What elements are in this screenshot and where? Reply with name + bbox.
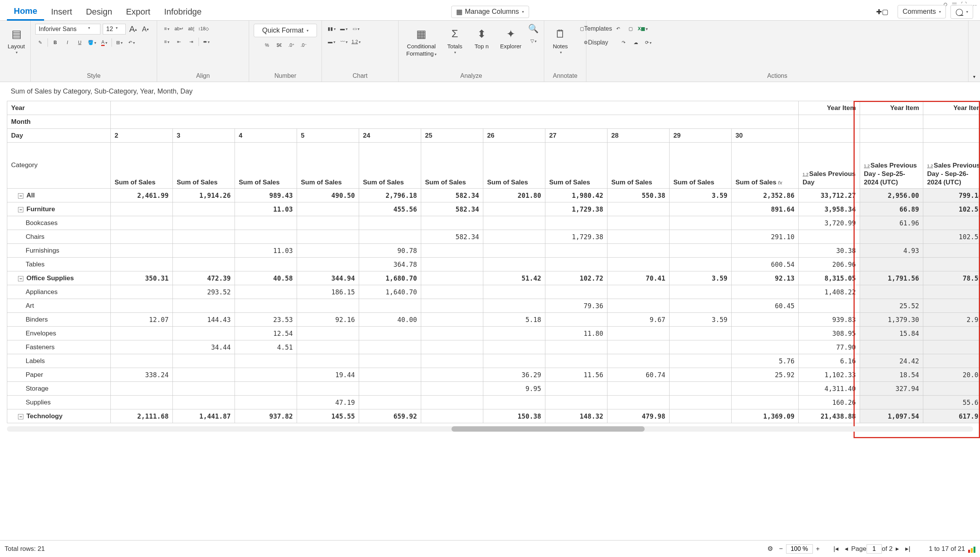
value-cell[interactable] (860, 396, 923, 409)
table-row[interactable]: Bookcases3,720.9961.96 (7, 216, 980, 230)
value-cell[interactable] (545, 244, 607, 258)
value-cell[interactable] (297, 354, 359, 368)
value-cell[interactable] (359, 230, 421, 244)
value-cell[interactable] (545, 340, 607, 354)
header-sos-4[interactable]: Sum of Sales (235, 143, 297, 189)
value-cell[interactable] (670, 368, 732, 382)
value-cell[interactable] (670, 382, 732, 396)
value-cell[interactable]: 2,796.18 (359, 189, 421, 202)
value-cell[interactable] (111, 230, 173, 244)
category-cell[interactable]: Furnishings (7, 244, 111, 258)
header-day-26[interactable]: 26 (483, 129, 545, 143)
data-bar-button[interactable]: ▭▾ (351, 24, 361, 34)
header-day-25[interactable]: 25 (421, 129, 483, 143)
value-cell[interactable]: 36.29 (483, 368, 545, 382)
header-sos-25[interactable]: Sum of Sales (421, 143, 483, 189)
value-cell[interactable] (235, 396, 297, 409)
value-cell[interactable]: 9.67 (607, 313, 670, 327)
outdent-button[interactable]: ⇤ (174, 37, 184, 47)
value-cell[interactable] (732, 216, 799, 230)
category-cell[interactable]: −Technology (7, 409, 111, 423)
value-cell[interactable]: 1,680.70 (359, 271, 421, 285)
value-cell[interactable] (545, 396, 607, 409)
value-cell[interactable] (421, 409, 483, 423)
value-cell[interactable] (297, 327, 359, 340)
header-sos-28[interactable]: Sum of Sales (607, 143, 670, 189)
category-cell[interactable]: Labels (7, 354, 111, 368)
value-cell[interactable] (111, 340, 173, 354)
value-cell[interactable]: 51.42 (483, 271, 545, 285)
collapse-ribbon-button[interactable]: ▾ (973, 74, 975, 79)
layout-button[interactable]: ▤ Layout ▾ (5, 24, 28, 56)
header-day[interactable]: Day (7, 129, 111, 143)
scrollbar-thumb[interactable] (451, 426, 645, 432)
font-select[interactable]: Inforiver Sans▾ (35, 24, 100, 35)
value-cell[interactable] (923, 258, 980, 271)
value-cell[interactable]: 3,720.99 (799, 216, 860, 230)
value-cell[interactable] (421, 382, 483, 396)
value-cell[interactable]: 327.94 (860, 382, 923, 396)
value-cell[interactable] (923, 216, 980, 230)
category-cell[interactable]: Bookcases (7, 216, 111, 230)
table-row[interactable]: Storage9.954,311.40327.94 (7, 382, 980, 396)
value-cell[interactable]: 3.59 (670, 313, 732, 327)
value-cell[interactable]: 55.60 (923, 396, 980, 409)
value-cell[interactable]: 2,352.86 (732, 189, 799, 202)
value-cell[interactable] (607, 354, 670, 368)
value-cell[interactable] (235, 258, 297, 271)
value-cell[interactable]: 18.54 (860, 368, 923, 382)
redo-button[interactable]: ↷ (619, 38, 629, 48)
value-cell[interactable]: 490.50 (297, 189, 359, 202)
value-cell[interactable]: 66.89 (860, 202, 923, 216)
value-cell[interactable]: 30.38 (799, 244, 860, 258)
value-cell[interactable]: 102.58 (923, 202, 980, 216)
header-sos-3[interactable]: Sum of Sales (173, 143, 235, 189)
value-cell[interactable]: 939.83 (799, 313, 860, 327)
decrease-font-button[interactable]: A▾ (140, 24, 150, 34)
header-month[interactable]: Month (7, 115, 111, 129)
increase-font-button[interactable]: A▴ (128, 24, 138, 34)
value-cell[interactable] (111, 202, 173, 216)
header-sos-2[interactable]: Sum of Sales (111, 143, 173, 189)
header-sos-5[interactable]: Sum of Sales (297, 143, 359, 189)
header-sos-24[interactable]: Sum of Sales (359, 143, 421, 189)
value-cell[interactable]: 11.03 (235, 244, 297, 258)
value-cell[interactable] (483, 216, 545, 230)
header-day-2[interactable]: 2 (111, 129, 173, 143)
value-cell[interactable]: 2.95 (923, 313, 980, 327)
value-cell[interactable] (235, 216, 297, 230)
value-cell[interactable] (607, 382, 670, 396)
value-cell[interactable] (483, 230, 545, 244)
header-sos-30[interactable]: Sum of Salesfx (732, 143, 799, 189)
table-row[interactable]: Appliances293.52186.151,640.701,408.22 (7, 285, 980, 299)
value-cell[interactable]: 33,712.27 (799, 189, 860, 202)
value-cell[interactable] (670, 327, 732, 340)
value-cell[interactable]: 40.00 (359, 313, 421, 327)
value-cell[interactable] (923, 299, 980, 313)
templates-button[interactable]: ▢ Templates (591, 24, 601, 34)
value-cell[interactable] (359, 327, 421, 340)
value-cell[interactable] (421, 368, 483, 382)
category-cell[interactable]: −Furniture (7, 202, 111, 216)
value-cell[interactable] (359, 216, 421, 230)
category-cell[interactable]: −All (7, 189, 111, 202)
user-button[interactable]: ◯̲ ▾ (950, 5, 973, 19)
value-cell[interactable] (421, 313, 483, 327)
percent-button[interactable]: % (262, 40, 272, 50)
category-cell[interactable]: Art (7, 299, 111, 313)
table-row[interactable]: Tables364.78600.54206.96 (7, 258, 980, 271)
value-cell[interactable]: 12.07 (111, 313, 173, 327)
header-day-3[interactable]: 3 (173, 129, 235, 143)
value-cell[interactable] (607, 299, 670, 313)
value-cell[interactable] (732, 327, 799, 340)
value-cell[interactable]: 4.51 (235, 340, 297, 354)
value-cell[interactable] (670, 299, 732, 313)
stacked-chart-button[interactable]: ▬▾ (339, 24, 349, 34)
value-cell[interactable] (670, 354, 732, 368)
zoom-input[interactable] (786, 544, 813, 554)
bold-button[interactable]: B (50, 38, 60, 48)
expand-collapse-button[interactable]: − (18, 193, 23, 199)
value-cell[interactable] (732, 313, 799, 327)
undo-button[interactable]: ↶ (613, 24, 623, 34)
value-cell[interactable]: 659.92 (359, 409, 421, 423)
